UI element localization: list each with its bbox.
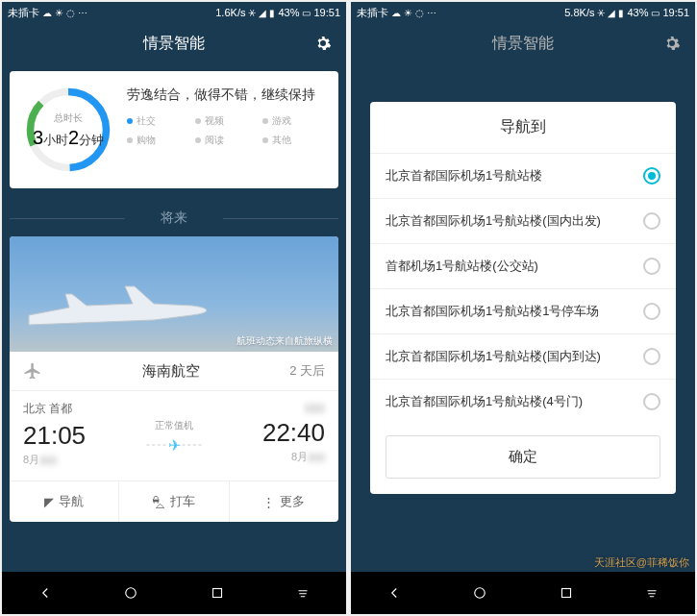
taxi-button[interactable]: ⛍打车: [119, 481, 229, 522]
wellness-card[interactable]: 总时长 3小时2分钟 劳逸结合，做得不错，继续保持 社交 视频 游戏 购物 阅读…: [10, 71, 338, 188]
option-0[interactable]: 北京首都国际机场1号航站楼: [370, 154, 676, 199]
recent-button[interactable]: [204, 579, 231, 606]
dialog-overlay[interactable]: 导航到 北京首都国际机场1号航站楼 北京首都国际机场1号航站楼(国内出发) 首都…: [351, 23, 695, 572]
flight-actions: ◤导航 ⛍打车 ⋮更多: [10, 480, 338, 522]
phone-right: 未插卡 ☁ ☀ ◌ ⋯ 5.8K/s ⚹ ◢ ▮ 43% ▭ 19:51 情景智…: [351, 2, 695, 614]
option-4[interactable]: 北京首都国际机场1号航站楼(国内到达): [370, 334, 676, 380]
radio-icon: [643, 212, 660, 230]
legend-social: 社交: [127, 114, 189, 128]
recent-button[interactable]: [553, 579, 580, 606]
network-speed: 1.6K/s: [215, 7, 245, 18]
radio-icon: [643, 258, 660, 275]
status-bar: 未插卡 ☁ ☀ ◌ ⋯ 1.6K/s ⚹ ◢ ▮ 43% ▭ 19:51: [2, 2, 346, 23]
wifi-icon: ◢: [608, 8, 615, 18]
flight-credit: 航班动态来自航旅纵横: [236, 334, 333, 348]
system-nav-bar: [351, 572, 695, 614]
svg-point-5: [475, 588, 485, 599]
dep-date: 8月▮▮▮: [23, 453, 174, 467]
dep-city: 北京 首都: [23, 401, 174, 417]
system-nav-bar: [2, 572, 346, 614]
home-button[interactable]: [117, 579, 144, 606]
legend-game: 游戏: [262, 114, 325, 128]
radio-icon: [643, 303, 660, 320]
option-list: 北京首都国际机场1号航站楼 北京首都国际机场1号航站楼(国内出发) 首都机场1号…: [370, 153, 676, 424]
airline-name: 海南航空: [52, 362, 289, 381]
dropdown-button[interactable]: [289, 579, 316, 606]
battery-percent: 43%: [278, 7, 299, 18]
svg-rect-4: [212, 589, 221, 598]
bluetooth-icon: ⚹: [597, 7, 605, 18]
page-title: 情景智能: [143, 34, 205, 54]
watermark: 天涯社区@菲稀饭你: [594, 555, 689, 570]
nav-dialog: 导航到 北京首都国际机场1号航站楼 北京首都国际机场1号航站楼(国内出发) 首都…: [370, 102, 676, 494]
nav-button[interactable]: ◤导航: [10, 481, 119, 522]
sun-icon: ☀: [55, 8, 63, 18]
battery-icon: ▭: [651, 8, 660, 18]
plane-small-icon: [23, 361, 42, 381]
back-button[interactable]: [32, 579, 59, 606]
sun-icon: ☀: [404, 8, 412, 18]
ring-label: 总时长: [54, 111, 83, 125]
cloud-icon: ◌: [66, 8, 75, 18]
more-icon: ⋯: [78, 8, 87, 18]
arr-city: ▮▮▮: [174, 401, 325, 414]
dialog-title: 导航到: [370, 102, 676, 153]
svg-point-3: [126, 588, 137, 599]
confirm-button[interactable]: 确定: [386, 435, 660, 479]
status-bar: 未插卡 ☁ ☀ ◌ ⋯ 5.8K/s ⚹ ◢ ▮ 43% ▭ 19:51: [351, 2, 695, 23]
svg-rect-6: [561, 589, 570, 598]
legend-shop: 购物: [127, 134, 189, 147]
radio-icon: [643, 348, 660, 365]
gear-icon: [314, 35, 332, 52]
car-icon: ⛍: [153, 495, 165, 509]
usage-ring: 总时长 3小时2分钟: [23, 85, 113, 175]
more-button[interactable]: ⋮更多: [230, 481, 338, 522]
nav-arrow-icon: ◤: [44, 495, 54, 509]
airplane-icon: [19, 277, 212, 344]
dropdown-button[interactable]: [638, 579, 665, 606]
network-speed: 5.8K/s: [564, 7, 594, 18]
home-button[interactable]: [466, 579, 493, 606]
radio-icon: [643, 167, 660, 185]
more-icon: ⋯: [427, 8, 436, 18]
legend-other: 其他: [262, 134, 325, 147]
legend: 社交 视频 游戏 购物 阅读 其他: [127, 114, 325, 147]
flight-header: 海南航空 2 天后: [10, 352, 338, 391]
phone-left: 未插卡 ☁ ☀ ◌ ⋯ 1.6K/s ⚹ ◢ ▮ 43% ▭ 19:51 情景智…: [2, 2, 346, 614]
wifi-icon: ◢: [259, 8, 266, 18]
weather-icon: ☁: [42, 8, 52, 18]
flight-status: 正常值机 ✈: [147, 418, 202, 454]
clock: 19:51: [313, 7, 340, 18]
option-1[interactable]: 北京首都国际机场1号航站楼(国内出发): [370, 199, 676, 244]
battery-percent: 43%: [627, 7, 648, 18]
option-3[interactable]: 北京首都国际机场1号航站楼1号停车场: [370, 289, 676, 334]
bluetooth-icon: ⚹: [248, 7, 256, 18]
wellness-message: 劳逸结合，做得不错，继续保持: [127, 85, 325, 105]
ring-value: 3小时2分钟: [33, 127, 104, 149]
legend-video: 视频: [195, 114, 258, 128]
days-after: 2 天后: [289, 362, 325, 380]
radio-icon: [643, 393, 660, 410]
battery-icon: ▭: [302, 8, 311, 18]
cloud-icon: ◌: [415, 8, 424, 18]
option-5[interactable]: 北京首都国际机场1号航站楼(4号门): [370, 380, 676, 424]
clock: 19:51: [662, 7, 689, 18]
option-2[interactable]: 首都机场1号航站楼(公交站): [370, 244, 676, 289]
flight-card[interactable]: 航班动态来自航旅纵横 海南航空 2 天后 北京 首都 21:05 8月▮▮▮ 正…: [10, 236, 338, 522]
flight-times: 北京 首都 21:05 8月▮▮▮ 正常值机 ✈ ▮▮▮ 22:40 8月▮▮▮: [10, 391, 338, 480]
future-divider: 将来: [10, 200, 338, 236]
legend-read: 阅读: [195, 134, 258, 147]
app-header: 情景智能: [2, 23, 346, 63]
no-sim-label: 未插卡: [357, 6, 388, 20]
settings-button[interactable]: [313, 34, 333, 53]
signal-icon: ▮: [618, 8, 624, 18]
dots-icon: ⋮: [262, 495, 275, 509]
back-button[interactable]: [381, 579, 408, 606]
weather-icon: ☁: [391, 8, 401, 18]
flight-image: 航班动态来自航旅纵横: [10, 236, 338, 352]
signal-icon: ▮: [269, 8, 275, 18]
content-area: 总时长 3小时2分钟 劳逸结合，做得不错，继续保持 社交 视频 游戏 购物 阅读…: [2, 63, 346, 572]
no-sim-label: 未插卡: [8, 6, 39, 20]
